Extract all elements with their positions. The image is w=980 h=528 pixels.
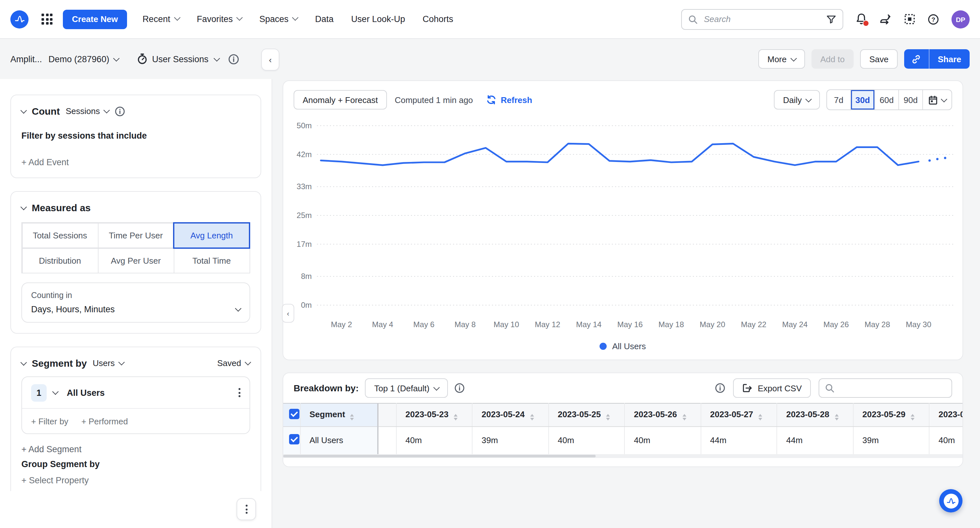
breakdown-info-icon[interactable] bbox=[454, 383, 465, 393]
range-7d[interactable]: 7d bbox=[827, 90, 851, 109]
measured-options-grid: Total SessionsTime Per UserAvg LengthDis… bbox=[21, 222, 250, 273]
range-30d[interactable]: 30d bbox=[851, 90, 875, 109]
select-all-checkbox[interactable] bbox=[289, 409, 299, 419]
sort-icon[interactable] bbox=[606, 414, 610, 420]
nav-item-data[interactable]: Data bbox=[315, 14, 334, 24]
saved-dropdown[interactable]: Saved bbox=[217, 358, 250, 368]
search-filter-icon[interactable] bbox=[826, 14, 836, 24]
sort-icon[interactable] bbox=[682, 414, 686, 420]
create-new-button[interactable]: Create New bbox=[63, 10, 127, 29]
segment-entity-dropdown[interactable]: Users bbox=[93, 358, 124, 368]
column-header-date[interactable]: 2023-05-25 bbox=[548, 403, 625, 427]
apps-grid-icon[interactable] bbox=[41, 14, 52, 25]
more-button[interactable]: More bbox=[758, 49, 805, 69]
add-event-button[interactable]: + Add Event bbox=[21, 157, 250, 167]
counting-in-dropdown[interactable]: Counting in Days, Hours, Minutes bbox=[21, 282, 250, 323]
sort-icon[interactable] bbox=[350, 414, 354, 420]
sort-icon[interactable] bbox=[530, 414, 534, 420]
labs-dashed-square-icon[interactable] bbox=[904, 14, 915, 25]
sidebar-kebab-button[interactable] bbox=[237, 498, 256, 520]
value-cell[interactable]: 39m bbox=[472, 427, 548, 454]
chart-collapse-handle[interactable]: ‹ bbox=[282, 304, 294, 323]
user-avatar[interactable]: DP bbox=[951, 10, 970, 28]
project-selector[interactable]: Amplit... Demo (287960) bbox=[10, 54, 118, 64]
collapse-sidebar-button[interactable]: ‹ bbox=[261, 49, 279, 71]
select-property-button[interactable]: + Select Property bbox=[21, 476, 250, 485]
refresh-button[interactable]: Refresh bbox=[486, 95, 532, 105]
search-icon bbox=[688, 14, 697, 24]
column-header-date[interactable]: 2023-05-27 bbox=[701, 403, 777, 427]
column-header-date[interactable]: 2023-05-29 bbox=[853, 403, 929, 427]
table-search[interactable] bbox=[819, 378, 952, 398]
chart-info-icon[interactable] bbox=[228, 54, 239, 65]
column-header-date[interactable]: 2023-05-30 bbox=[929, 403, 963, 427]
event-type-dropdown[interactable]: Sessions bbox=[66, 106, 109, 116]
nav-item-spaces[interactable]: Spaces bbox=[259, 14, 298, 24]
granularity-dropdown[interactable]: Daily bbox=[774, 90, 820, 109]
column-header-date[interactable]: 2023-05-28 bbox=[777, 403, 853, 427]
segment-number-chip[interactable]: 1 bbox=[31, 384, 47, 401]
value-cell[interactable]: 40m bbox=[548, 427, 625, 454]
nav-item-cohorts[interactable]: Cohorts bbox=[423, 14, 453, 24]
sort-icon[interactable] bbox=[835, 414, 838, 420]
filter-by-button[interactable]: + Filter by bbox=[31, 416, 68, 426]
measured-title: Measured as bbox=[32, 202, 91, 213]
amplitude-logo-icon[interactable] bbox=[10, 10, 29, 28]
column-header-date[interactable]: 2023-05-26 bbox=[625, 403, 701, 427]
calendar-range-button[interactable] bbox=[923, 90, 951, 109]
global-search[interactable] bbox=[681, 9, 843, 30]
nav-item-favorites[interactable]: Favorites bbox=[197, 14, 242, 24]
table-search-input[interactable] bbox=[834, 382, 946, 393]
segment-name[interactable]: All Users bbox=[67, 388, 105, 398]
notification-badge bbox=[863, 20, 869, 27]
column-header-date[interactable]: 2023-05-23 bbox=[396, 403, 472, 427]
amplitude-assistant-fab[interactable] bbox=[939, 489, 963, 512]
range-90d[interactable]: 90d bbox=[899, 90, 923, 109]
segment-cell[interactable]: All Users bbox=[300, 427, 378, 454]
measured-collapse-chevron[interactable] bbox=[21, 203, 27, 210]
search-input[interactable] bbox=[703, 14, 821, 25]
measured-option-time-per-user[interactable]: Time Per User bbox=[97, 222, 174, 248]
anomaly-forecast-button[interactable]: Anomaly + Forecast bbox=[294, 90, 387, 109]
segment-collapse-chevron[interactable] bbox=[21, 359, 27, 365]
column-header-date[interactable]: 2023-05-24 bbox=[472, 403, 548, 427]
copy-link-button[interactable] bbox=[904, 49, 929, 69]
journeys-flow-icon[interactable] bbox=[880, 14, 892, 24]
sessions-line-chart[interactable]: 50m42m33m25m17m8m0mMay 2May 4May 6May 8M… bbox=[287, 119, 960, 334]
add-to-button[interactable]: Add to bbox=[811, 49, 854, 69]
breakdown-selector-dropdown[interactable]: Top 1 (Default) bbox=[365, 378, 448, 398]
nav-item-recent[interactable]: Recent bbox=[143, 14, 180, 24]
table-info-icon[interactable] bbox=[715, 383, 725, 393]
row-checkbox[interactable] bbox=[289, 434, 299, 445]
value-cell[interactable]: 40m bbox=[625, 427, 701, 454]
segment-kebab-menu[interactable] bbox=[239, 388, 240, 397]
sort-icon[interactable] bbox=[911, 414, 915, 420]
measured-option-distribution[interactable]: Distribution bbox=[22, 248, 98, 273]
performed-button[interactable]: + Performed bbox=[81, 416, 128, 426]
count-info-icon[interactable] bbox=[115, 106, 125, 116]
segment-expand-chevron[interactable] bbox=[52, 388, 59, 395]
value-cell[interactable]: 39m bbox=[853, 427, 929, 454]
save-button[interactable]: Save bbox=[860, 49, 897, 69]
sort-icon[interactable] bbox=[758, 414, 762, 420]
value-cell[interactable]: 44m bbox=[777, 427, 853, 454]
value-cell[interactable]: 40m bbox=[929, 427, 963, 454]
add-segment-button[interactable]: + Add Segment bbox=[21, 444, 250, 454]
value-cell[interactable]: 44m bbox=[701, 427, 777, 454]
export-csv-button[interactable]: Export CSV bbox=[733, 378, 811, 398]
sort-icon[interactable] bbox=[454, 414, 458, 420]
nav-item-user-look-up[interactable]: User Look-Up bbox=[351, 14, 405, 24]
column-header-segment[interactable]: Segment bbox=[300, 403, 378, 427]
range-60d[interactable]: 60d bbox=[875, 90, 899, 109]
help-icon[interactable]: ? bbox=[928, 13, 939, 25]
measured-option-total-sessions[interactable]: Total Sessions bbox=[22, 222, 98, 248]
table-horizontal-scrollbar[interactable] bbox=[283, 454, 963, 458]
chart-title-selector[interactable]: User Sessions bbox=[137, 53, 219, 65]
measured-option-avg-length[interactable]: Avg Length bbox=[173, 222, 250, 249]
value-cell[interactable]: 40m bbox=[396, 427, 472, 454]
measured-option-avg-per-user[interactable]: Avg Per User bbox=[97, 248, 174, 273]
share-button[interactable]: Share bbox=[929, 49, 970, 69]
measured-option-total-time[interactable]: Total Time bbox=[173, 248, 250, 273]
count-collapse-chevron[interactable] bbox=[21, 107, 27, 113]
notifications-bell-icon[interactable] bbox=[856, 13, 867, 25]
